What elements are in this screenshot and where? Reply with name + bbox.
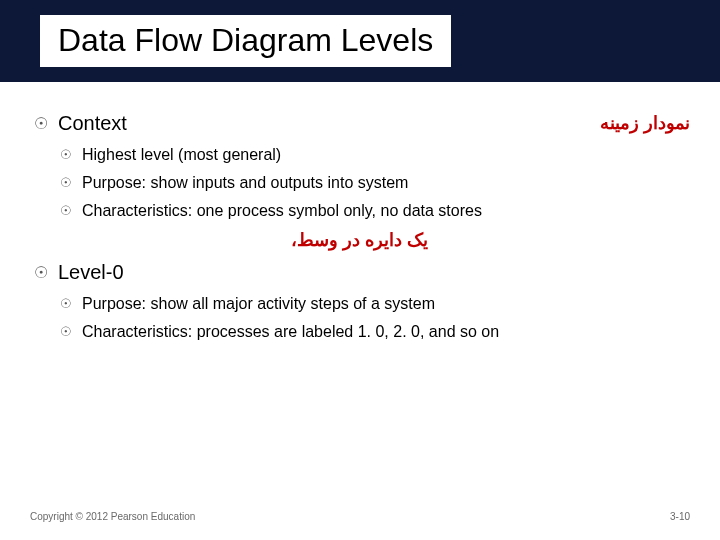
section-heading-level0: Level-0	[30, 261, 690, 284]
slide-content: Context Highest level (most general) Pur…	[0, 82, 720, 344]
list-item: Purpose: show all major activity steps o…	[58, 292, 690, 316]
slide-title: Data Flow Diagram Levels	[40, 15, 451, 66]
annotation-below-context: یک دایره در وسط،	[30, 229, 690, 251]
footer: Copyright © 2012 Pearson Education 3-10	[0, 511, 720, 522]
section-heading-context: Context	[30, 112, 690, 135]
copyright-text: Copyright © 2012 Pearson Education	[30, 511, 195, 522]
list-item: Characteristics: processes are labeled 1…	[58, 320, 690, 344]
list-item: Highest level (most general)	[58, 143, 690, 167]
list-item: Purpose: show inputs and outputs into sy…	[58, 171, 690, 195]
page-number: 3-10	[670, 511, 690, 522]
list-item: Characteristics: one process symbol only…	[58, 199, 690, 223]
title-bar: Data Flow Diagram Levels	[0, 0, 720, 82]
